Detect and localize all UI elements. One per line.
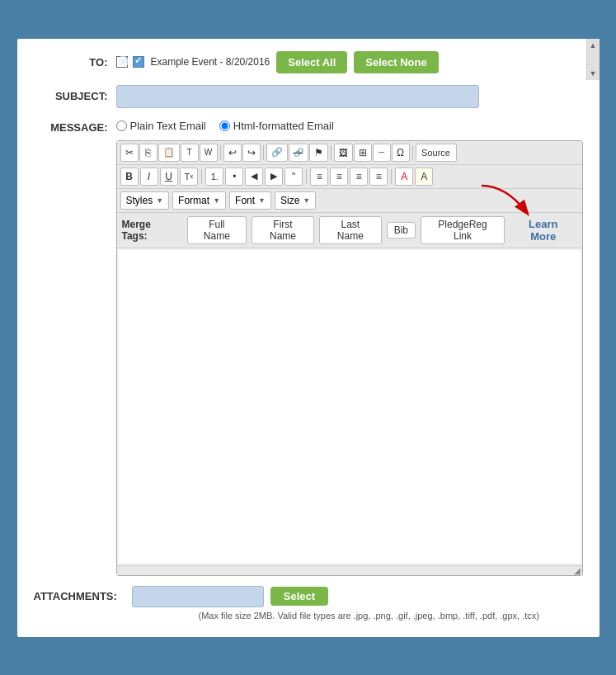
sep4 [412, 145, 413, 160]
size-arrow: ▼ [303, 196, 310, 205]
sep6 [306, 169, 307, 184]
sep2 [263, 145, 264, 160]
attachments-row: ATTACHMENTS: Select [34, 586, 583, 607]
undo-button[interactable]: ↩ [223, 144, 242, 162]
to-row: TO: 📄 ✓ Example Event - 8/20/2016 Select… [34, 51, 583, 73]
merge-tag-pledgereg[interactable]: PledgeReg Link [421, 216, 505, 244]
align-left-button[interactable]: ≡ [310, 168, 328, 186]
merge-tag-last-name[interactable]: Last Name [319, 216, 382, 244]
sep7 [391, 169, 392, 184]
redo-button[interactable]: ↪ [242, 144, 261, 162]
unlink-button[interactable]: 🔗 [289, 144, 308, 162]
file-info-text: (Max file size 2MB. Valid file types are… [199, 611, 583, 621]
merge-tag-full-name[interactable]: Full Name [187, 216, 247, 244]
size-dropdown[interactable]: Size ▼ [275, 191, 316, 210]
message-options: Plain Text Email Html-formatted Email [116, 120, 334, 132]
message-row: MESSAGE: Plain Text Email Html-formatted… [34, 120, 583, 134]
sep1 [220, 145, 221, 160]
clear-format-button[interactable]: Tx [180, 168, 199, 186]
align-center-button[interactable]: ≡ [330, 168, 348, 186]
anchor-button[interactable]: ⚑ [309, 144, 328, 162]
format-arrow: ▼ [213, 196, 220, 205]
html-radio[interactable] [219, 120, 230, 131]
styles-arrow: ▼ [156, 196, 163, 205]
indent-button[interactable]: ▶ [265, 168, 283, 186]
scroll-down-arrow[interactable]: ▼ [590, 69, 597, 78]
bg-color-button[interactable]: A [415, 168, 433, 186]
select-file-button[interactable]: Select [270, 587, 328, 606]
ordered-list-button[interactable]: 1. [205, 168, 223, 186]
message-label: MESSAGE: [34, 120, 116, 134]
format-dropdown[interactable]: Format ▼ [172, 191, 226, 210]
paste-button[interactable]: 📋 [158, 144, 180, 162]
email-compose-form: ▲ ▼ TO: 📄 ✓ Example Event - 8/20/2016 Se… [16, 37, 601, 639]
link-button[interactable]: 🔗 [266, 144, 288, 162]
select-all-button[interactable]: Select All [276, 51, 347, 73]
scrollbar[interactable]: ▲ ▼ [586, 39, 600, 80]
attachments-label: ATTACHMENTS: [34, 590, 125, 602]
resize-handle[interactable]: ◢ [117, 565, 582, 575]
toolbar-row1: ✂ ⎘ 📋 T W ↩ ↪ 🔗 🔗 ⚑ 🖼 ⊞ ─ Ω Source [117, 141, 582, 165]
plain-text-radio[interactable] [116, 120, 127, 131]
table-button[interactable]: ⊞ [354, 144, 372, 162]
underline-button[interactable]: U [160, 168, 178, 186]
checkbox-icon[interactable]: ✓ [133, 56, 144, 68]
event-text: Example Event - 8/20/2016 [151, 56, 270, 68]
align-justify-button[interactable]: ≡ [369, 168, 388, 186]
font-color-button[interactable]: A [395, 168, 413, 186]
font-dropdown[interactable]: Font ▼ [229, 191, 271, 210]
font-arrow: ▼ [258, 196, 266, 205]
subject-row: SUBJECT: [34, 85, 583, 108]
plain-text-option[interactable]: Plain Text Email [116, 120, 206, 132]
html-option[interactable]: Html-formatted Email [219, 120, 334, 132]
hr-button[interactable]: ─ [373, 144, 391, 162]
copy-button[interactable]: ⎘ [139, 144, 158, 162]
merge-tag-first-name[interactable]: First Name [252, 216, 314, 244]
file-input-display [132, 586, 264, 607]
toolbar-row3: Styles ▼ Format ▼ Font ▼ Size ▼ [117, 189, 582, 213]
to-content: 📄 ✓ Example Event - 8/20/2016 Select All… [116, 51, 439, 73]
toolbar-row2: B I U Tx 1. • ◀ ▶ " ≡ ≡ ≡ ≡ A A [117, 165, 582, 189]
subject-input[interactable] [116, 85, 479, 108]
paste-text-button[interactable]: T [181, 144, 199, 162]
align-right-button[interactable]: ≡ [350, 168, 368, 186]
scroll-up-arrow[interactable]: ▲ [590, 41, 597, 50]
cut-button[interactable]: ✂ [120, 144, 139, 162]
italic-button[interactable]: I [140, 168, 158, 186]
special-char-button[interactable]: Ω [392, 144, 410, 162]
outdent-button[interactable]: ◀ [245, 168, 263, 186]
page-icon: 📄 [116, 56, 128, 68]
learn-more-button[interactable]: Learn More [510, 216, 576, 244]
image-button[interactable]: 🖼 [334, 144, 353, 162]
unordered-list-button[interactable]: • [225, 168, 243, 186]
resize-icon: ◢ [574, 566, 581, 575]
editor-content-area[interactable] [119, 250, 581, 564]
source-button[interactable]: Source [416, 144, 457, 162]
blockquote-button[interactable]: " [284, 168, 303, 186]
sep3 [331, 145, 332, 160]
event-item: 📄 ✓ Example Event - 8/20/2016 [116, 56, 270, 68]
merge-tag-bib[interactable]: Bib [387, 222, 416, 238]
to-label: TO: [34, 56, 116, 68]
sep5 [201, 169, 202, 184]
merge-tags-row: Merge Tags: Full Name First Name Last Na… [117, 213, 582, 248]
merge-tags-label: Merge Tags: [122, 219, 179, 242]
file-info-row: (Max file size 2MB. Valid file types are… [116, 611, 583, 621]
editor-wrapper: ✂ ⎘ 📋 T W ↩ ↪ 🔗 🔗 ⚑ 🖼 ⊞ ─ Ω Source B I [116, 140, 583, 576]
subject-label: SUBJECT: [34, 90, 116, 102]
styles-dropdown[interactable]: Styles ▼ [120, 191, 170, 210]
paste-word-button[interactable]: W [200, 144, 218, 162]
select-none-button[interactable]: Select None [354, 51, 438, 73]
bold-button[interactable]: B [120, 168, 139, 186]
